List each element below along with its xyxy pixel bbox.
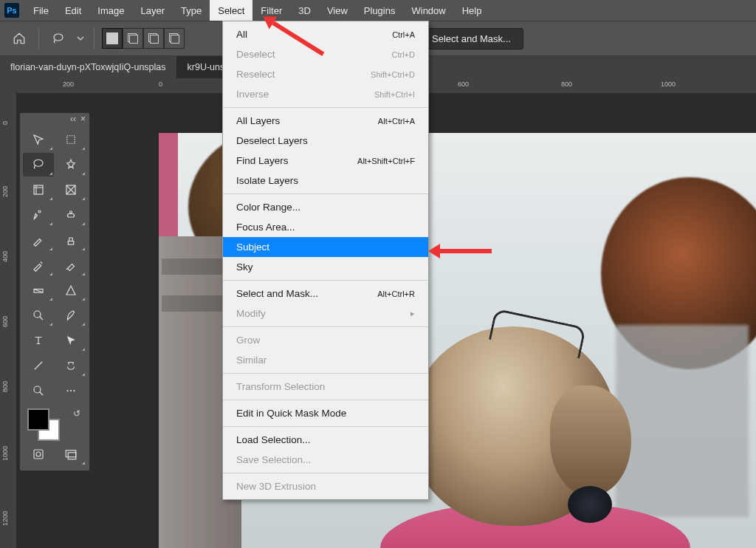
- menu-item-deselect: DeselectCtrl+D: [223, 44, 428, 64]
- menu-view[interactable]: View: [319, 0, 356, 21]
- menu-item-all-layers[interactable]: All LayersAlt+Ctrl+A: [223, 111, 428, 131]
- lasso-tool[interactable]: [23, 153, 54, 177]
- menu-file[interactable]: File: [25, 0, 57, 21]
- svg-rect-21: [68, 453, 76, 459]
- frame-tool[interactable]: [55, 178, 86, 202]
- menu-item-shortcut: Alt+Ctrl+R: [377, 290, 415, 298]
- pyramid-tool[interactable]: [55, 278, 86, 302]
- select-menu-dropdown: AllCtrl+ADeselectCtrl+DReselectShift+Ctr…: [222, 21, 429, 500]
- menu-item-label: Deselect Layers: [236, 135, 308, 146]
- menu-item-grow: Grow: [223, 330, 428, 350]
- menu-edit[interactable]: Edit: [57, 0, 89, 21]
- foreground-color[interactable]: [27, 408, 49, 431]
- swap-colors-icon[interactable]: ↺: [73, 408, 80, 419]
- menu-item-label: Sky: [236, 261, 253, 273]
- menu-item-edit-in-quick-mask-mode[interactable]: Edit in Quick Mask Mode: [223, 403, 428, 423]
- menu-plugins[interactable]: Plugins: [356, 0, 404, 21]
- eyedropper-tool[interactable]: [23, 203, 54, 227]
- menu-item-find-layers[interactable]: Find LayersAlt+Shift+Ctrl+F: [223, 151, 428, 171]
- menu-type[interactable]: Type: [173, 0, 210, 21]
- move-tool[interactable]: [23, 128, 54, 151]
- svg-point-19: [36, 452, 41, 456]
- menu-item-label: All: [236, 29, 247, 40]
- menu-layer[interactable]: Layer: [133, 0, 173, 21]
- chevron-down-icon[interactable]: [75, 27, 86, 50]
- menu-item-label: Reselect: [236, 69, 275, 80]
- edit-toolbar[interactable]: [55, 379, 86, 403]
- menu-item-reselect: ReselectShift+Ctrl+D: [223, 64, 428, 84]
- type-tool[interactable]: [23, 329, 54, 352]
- menu-item-select-and-mask[interactable]: Select and Mask...Alt+Ctrl+R: [223, 284, 428, 304]
- menu-item-label: Select and Mask...: [236, 288, 318, 299]
- tab-label: florian-van-duyn-pXToxwjqIiQ-unsplas: [10, 62, 166, 72]
- menu-item-shortcut: Shift+Ctrl+I: [374, 90, 415, 99]
- svg-point-2: [34, 160, 43, 166]
- svg-point-9: [70, 211, 72, 213]
- menu-item-all[interactable]: AllCtrl+A: [223, 24, 428, 44]
- menu-item-focus-area[interactable]: Focus Area...: [223, 217, 428, 237]
- svg-rect-3: [34, 185, 43, 194]
- menu-3d[interactable]: 3D: [290, 0, 319, 21]
- collapse-icon[interactable]: ‹‹: [70, 114, 76, 124]
- brush-tool[interactable]: [23, 228, 54, 252]
- menu-item-transform-selection: Transform Selection: [223, 377, 428, 397]
- ruler-tick: 800: [1, 381, 9, 392]
- menu-item-label: Save Selection...: [236, 454, 311, 465]
- healing-brush-tool[interactable]: [55, 203, 86, 227]
- home-icon[interactable]: [7, 27, 31, 50]
- svg-point-7: [38, 210, 41, 213]
- select-and-mask-button[interactable]: Select and Mask...: [419, 28, 523, 49]
- menu-item-label: Edit in Quick Mask Mode: [236, 408, 346, 419]
- menu-item-isolate-layers[interactable]: Isolate Layers: [223, 171, 428, 191]
- app-logo: Ps: [4, 3, 19, 18]
- menu-item-new-3d-extrusion: New 3D Extrusion: [223, 476, 428, 496]
- menu-item-color-range[interactable]: Color Range...: [223, 197, 428, 217]
- clone-stamp-tool[interactable]: [55, 228, 86, 252]
- screen-mode-toggle[interactable]: [55, 442, 86, 466]
- menu-help[interactable]: Help: [454, 0, 490, 21]
- crop-tool[interactable]: [23, 178, 54, 202]
- marquee-tool[interactable]: [55, 128, 86, 151]
- menu-select[interactable]: Select: [210, 0, 252, 21]
- close-icon[interactable]: ×: [80, 114, 86, 124]
- menu-item-shortcut: Alt+Shift+Ctrl+F: [357, 157, 415, 165]
- quick-mask-toggle[interactable]: [23, 442, 54, 466]
- menu-item-sky[interactable]: Sky: [223, 257, 428, 277]
- path-selection-tool[interactable]: [55, 329, 86, 352]
- magic-wand-tool[interactable]: [55, 153, 86, 177]
- menu-item-subject[interactable]: Subject: [223, 237, 428, 257]
- svg-rect-1: [67, 136, 75, 144]
- color-swatch[interactable]: ↺: [24, 407, 85, 441]
- pen-tool[interactable]: [55, 304, 86, 327]
- menu-window[interactable]: Window: [403, 0, 453, 21]
- menu-image[interactable]: Image: [89, 0, 132, 21]
- ruler-tick: 1000: [1, 446, 9, 461]
- line-tool[interactable]: [23, 354, 54, 377]
- hand-tool[interactable]: [55, 354, 86, 377]
- menu-item-label: Isolate Layers: [236, 175, 298, 186]
- menu-item-load-selection[interactable]: Load Selection...: [223, 430, 428, 450]
- zoom-tool[interactable]: [23, 379, 54, 403]
- svg-rect-10: [68, 242, 74, 245]
- menu-item-label: Grow: [236, 335, 260, 346]
- selection-intersect[interactable]: [164, 28, 185, 49]
- eraser-tool[interactable]: [55, 253, 86, 277]
- history-brush-tool[interactable]: [23, 253, 54, 277]
- svg-line-13: [35, 362, 43, 370]
- menu-item-label: Load Selection...: [236, 434, 311, 445]
- menu-item-label: Focus Area...: [236, 222, 295, 233]
- menu-item-shortcut: Ctrl+D: [392, 50, 415, 59]
- selection-add[interactable]: [123, 28, 143, 49]
- menu-item-modify: Modify▸: [223, 304, 428, 323]
- ruler-tick: 200: [63, 81, 74, 88]
- menu-item-inverse: InverseShift+Ctrl+I: [223, 84, 428, 104]
- selection-subtract[interactable]: [143, 28, 164, 49]
- document-tab[interactable]: florian-van-duyn-pXToxwjqIiQ-unsplas: [0, 56, 177, 78]
- gradient-tool[interactable]: [23, 278, 54, 302]
- lasso-tool-icon[interactable]: [47, 27, 70, 50]
- tools-panel: ‹‹ × ↺: [19, 112, 90, 471]
- dodge-tool[interactable]: [23, 304, 54, 327]
- menu-item-deselect-layers[interactable]: Deselect Layers: [223, 131, 428, 151]
- selection-new[interactable]: [102, 28, 123, 49]
- ruler-tick: 0: [159, 81, 162, 88]
